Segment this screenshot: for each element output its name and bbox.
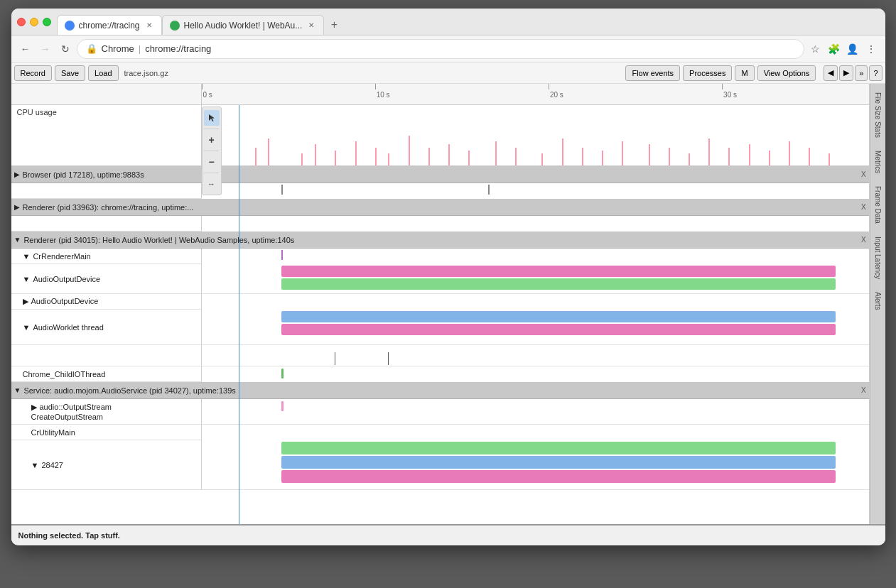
- thread-createoutputstream-text: CreateOutputStream: [31, 413, 104, 421]
- cpu-track: [202, 105, 869, 165]
- cursor-line: [239, 105, 239, 524]
- thread-track-audiooutputdevice2: [202, 294, 869, 310]
- zoom-out-tool[interactable]: −: [204, 154, 220, 170]
- thread-outputstream-text: audio::OutputStream: [40, 403, 112, 411]
- flow-events-button[interactable]: Flow events: [625, 65, 680, 81]
- thread-track-crutilitymain: [202, 425, 869, 440]
- title-bar: chrome://tracing ✕ Hello Audio Worklet! …: [11, 9, 885, 36]
- thread-track-crrenderermain: [202, 249, 869, 264]
- nav-bar: ← → ↻ 🔒 Chrome | chrome://tracing ☆ 🧩 👤 …: [11, 36, 885, 62]
- close-browser-button[interactable]: X: [861, 170, 866, 178]
- thread-track-outputstream: [202, 399, 869, 424]
- forward-button[interactable]: →: [37, 40, 54, 58]
- thread-row-browser-marker: [11, 183, 869, 199]
- thread-label-empty1: [11, 183, 202, 198]
- process-renderer2-label: Renderer (pid 34015): Hello Audio Workle…: [23, 236, 294, 244]
- right-tab-alerts[interactable]: Alerts: [872, 286, 884, 316]
- thread-row-audiooutputdevice-collapsed: ▶AudioOutputDevice: [11, 294, 869, 310]
- url-prefix: Chrome: [102, 43, 134, 54]
- tab-tracing[interactable]: chrome://tracing ✕: [57, 15, 162, 35]
- record-button[interactable]: Record: [14, 65, 52, 81]
- thread-track-audioworklet: [202, 310, 869, 344]
- right-tab-file-size-stats[interactable]: File Size Stats: [872, 87, 884, 143]
- right-panel: File Size Stats Metrics Frame Data Input…: [870, 84, 885, 524]
- expand-browser-icon: ▶: [14, 170, 20, 178]
- end-button[interactable]: »: [855, 65, 868, 81]
- zoom-in-tool[interactable]: +: [204, 132, 220, 148]
- thread-label-childiothread: Chrome_ChildIOThread: [11, 366, 202, 381]
- tab-label-tracing: chrome://tracing: [79, 21, 140, 31]
- thread-audiooutputdevice2-text: AudioOutputDevice: [31, 297, 99, 305]
- thread-row-crutilitymain: CrUtilityMain: [11, 425, 869, 440]
- thread-row-outputstream: ▶audio::OutputStream CreateOutputStream: [11, 399, 869, 425]
- thread-childiothread-text: Chrome_ChildIOThread: [23, 370, 106, 379]
- m-button[interactable]: M: [735, 65, 754, 81]
- new-tab-button[interactable]: +: [324, 15, 344, 35]
- status-text: Nothing selected. Tap stuff.: [18, 531, 120, 540]
- close-renderer2-button[interactable]: X: [861, 236, 866, 244]
- tab-icon-webaudio: [170, 21, 180, 31]
- help-button[interactable]: ?: [869, 65, 882, 81]
- process-row-browser[interactable]: ▶ Browser (pid 17218), uptime:9883s X: [11, 166, 869, 183]
- load-button[interactable]: Load: [88, 65, 118, 81]
- tab-close-webaudio[interactable]: ✕: [306, 21, 316, 31]
- thread-28427-text: 28427: [41, 461, 63, 469]
- close-renderer1-button[interactable]: X: [861, 203, 866, 211]
- expand-renderer2-icon: ▼: [14, 236, 21, 244]
- expand-service-icon: ▼: [14, 386, 21, 394]
- cpu-usage-row: CPU usage: [11, 105, 869, 166]
- close-service-button[interactable]: X: [861, 386, 866, 394]
- thread-row-renderer1-marker: [11, 216, 869, 232]
- bookmark-button[interactable]: ☆: [807, 40, 824, 58]
- process-renderer1-label: Renderer (pid 33963): chrome://tracing, …: [23, 203, 194, 212]
- save-button[interactable]: Save: [55, 65, 85, 81]
- right-tab-input-latency[interactable]: Input Latency: [872, 231, 884, 285]
- thread-track-childiothread: [202, 366, 869, 382]
- lock-icon: 🔒: [86, 43, 97, 54]
- trace-area[interactable]: + − ↔ CPU usage: [11, 105, 869, 524]
- back-button[interactable]: ←: [17, 40, 34, 58]
- thread-row-flow: [11, 345, 869, 366]
- thread-track-28427: [202, 440, 869, 489]
- nav-actions: ☆ 🧩 👤 ⋮: [807, 40, 880, 58]
- right-tab-frame-data[interactable]: Frame Data: [872, 180, 884, 229]
- thread-label-audiooutputdevice: ▼AudioOutputDevice: [11, 264, 202, 293]
- timeline-ruler: 0 s 10 s 20 s 30 s: [202, 84, 869, 104]
- url-text: chrome://tracing: [145, 43, 211, 54]
- address-bar[interactable]: 🔒 Chrome | chrome://tracing: [77, 39, 804, 59]
- thread-label-28427: ▼28427: [11, 440, 202, 489]
- thread-crrenderermain-text: CrRendererMain: [33, 252, 90, 261]
- right-tab-metrics[interactable]: Metrics: [872, 145, 884, 179]
- view-options-button[interactable]: View Options: [757, 65, 816, 81]
- tab-label-webaudio: Hello Audio Worklet! | WebAu...: [184, 21, 303, 31]
- tab-icon-tracing: [65, 21, 75, 31]
- reload-button[interactable]: ↻: [57, 40, 74, 58]
- processes-button[interactable]: Processes: [683, 65, 732, 81]
- thread-row-childiothread: Chrome_ChildIOThread: [11, 366, 869, 382]
- thread-label-crutilitymain: CrUtilityMain: [11, 425, 202, 440]
- tab-close-tracing[interactable]: ✕: [144, 21, 154, 31]
- extensions-button[interactable]: 🧩: [826, 40, 843, 58]
- maximize-window-button[interactable]: [43, 18, 51, 26]
- left-panel: 0 s 10 s 20 s 30 s: [11, 84, 870, 524]
- menu-button[interactable]: ⋮: [863, 40, 880, 58]
- pan-tool[interactable]: ↔: [204, 176, 220, 192]
- thread-label-audioworklet: ▼AudioWorklet thread: [11, 310, 202, 344]
- thread-track-audiooutputdevice: [202, 264, 869, 293]
- minimize-window-button[interactable]: [30, 18, 38, 26]
- process-row-service[interactable]: ▼ Service: audio.mojom.AudioService (pid…: [11, 382, 869, 399]
- profile-button[interactable]: 👤: [844, 40, 861, 58]
- process-browser-label: Browser (pid 17218), uptime:9883s: [23, 170, 144, 179]
- tab-webaudio[interactable]: Hello Audio Worklet! | WebAu... ✕: [162, 15, 325, 35]
- process-row-renderer2[interactable]: ▼ Renderer (pid 34015): Hello Audio Work…: [11, 232, 869, 249]
- process-row-renderer1[interactable]: ▶ Renderer (pid 33963): chrome://tracing…: [11, 199, 869, 216]
- traffic-lights: [17, 18, 51, 26]
- tabs-bar: chrome://tracing ✕ Hello Audio Worklet! …: [57, 9, 880, 35]
- thread-label-audiooutputdevice2: ▶AudioOutputDevice: [11, 294, 202, 309]
- pointer-tool[interactable]: [204, 110, 220, 126]
- thread-label-flow: [11, 345, 202, 366]
- close-window-button[interactable]: [17, 18, 26, 26]
- tool-overlay: + − ↔: [202, 107, 222, 195]
- next-button[interactable]: ▶: [839, 65, 853, 81]
- prev-button[interactable]: ◀: [824, 65, 838, 81]
